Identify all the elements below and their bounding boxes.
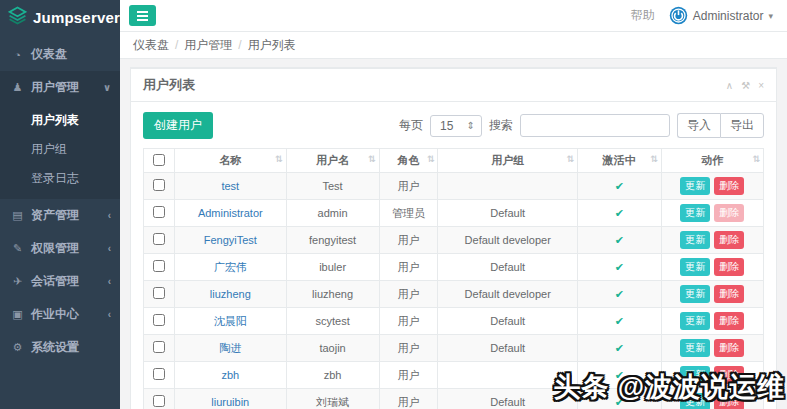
wrench-icon[interactable]: ⚒: [741, 80, 750, 91]
sidebar-item-dashboard[interactable]: ◔ 仪表盘: [0, 38, 120, 71]
collapse-panel-icon[interactable]: ∧: [726, 80, 733, 91]
row-checkbox[interactable]: [153, 314, 165, 326]
user-menu[interactable]: Administrator ▾: [669, 6, 773, 25]
update-button[interactable]: 更新: [680, 366, 710, 384]
sidebar-item-job-center[interactable]: ▣ 作业中心 ‹: [0, 298, 120, 331]
update-button[interactable]: 更新: [680, 177, 710, 195]
delete-button[interactable]: 删除: [714, 231, 744, 249]
user-name-link[interactable]: 沈晨阳: [214, 315, 247, 327]
delete-button[interactable]: 删除: [714, 312, 744, 330]
sidebar-item-user-groups[interactable]: 用户组: [0, 135, 120, 164]
column-header-actions[interactable]: 动作⇅: [661, 149, 763, 173]
search-input[interactable]: [520, 114, 670, 137]
actions-cell: 更新删除: [661, 200, 763, 227]
sidebar-item-sessions[interactable]: ✈ 会话管理 ‹: [0, 265, 120, 298]
table-row: zbhzbh用户✔更新删除: [144, 362, 764, 389]
role-cell: 管理员: [379, 200, 438, 227]
breadcrumb-dashboard[interactable]: 仪表盘: [133, 37, 169, 54]
row-checkbox[interactable]: [153, 287, 165, 299]
row-select-cell: [144, 308, 175, 335]
active-cell: ✔: [577, 362, 661, 389]
active-check-icon: ✔: [615, 180, 624, 192]
user-name-link[interactable]: liuzheng: [210, 288, 251, 300]
select-all-checkbox[interactable]: [153, 154, 165, 166]
user-name-link[interactable]: liuruibin: [211, 396, 249, 408]
role-cell: 用户: [379, 362, 438, 389]
row-checkbox[interactable]: [153, 368, 165, 380]
active-check-icon: ✔: [615, 234, 624, 246]
row-checkbox[interactable]: [153, 395, 165, 407]
table-row: liuruibin刘瑞斌用户Default✔更新删除: [144, 389, 764, 409]
row-select-cell: [144, 254, 175, 281]
sidebar-item-assets[interactable]: ▤ 资产管理 ‹: [0, 199, 120, 232]
role-cell: 用户: [379, 254, 438, 281]
role-cell: 用户: [379, 389, 438, 409]
import-button[interactable]: 导入: [677, 113, 720, 138]
delete-button[interactable]: 删除: [714, 285, 744, 303]
groups-cell: Default developer: [438, 227, 578, 254]
delete-button[interactable]: 删除: [714, 393, 744, 409]
update-button[interactable]: 更新: [680, 393, 710, 409]
column-header-name[interactable]: 名称⇅: [175, 149, 287, 173]
delete-button[interactable]: 删除: [714, 366, 744, 384]
delete-button[interactable]: 删除: [714, 339, 744, 357]
update-button[interactable]: 更新: [680, 231, 710, 249]
active-check-icon: ✔: [615, 315, 624, 327]
active-cell: ✔: [577, 254, 661, 281]
groups-cell: Default: [438, 389, 578, 409]
sort-icon: ⇅: [427, 154, 435, 164]
breadcrumb-user-management[interactable]: 用户管理: [184, 37, 232, 54]
row-checkbox[interactable]: [153, 179, 165, 191]
role-cell: 用户: [379, 335, 438, 362]
select-all-header: [144, 149, 175, 173]
username-cell: admin: [286, 200, 379, 227]
assets-icon: ▤: [11, 209, 24, 222]
table-row: 陶进taojin用户Default✔更新删除: [144, 335, 764, 362]
delete-button[interactable]: 删除: [714, 177, 744, 195]
active-cell: ✔: [577, 335, 661, 362]
role-cell: 用户: [379, 173, 438, 200]
row-checkbox[interactable]: [153, 206, 165, 218]
groups-cell: Default: [438, 308, 578, 335]
user-name-link[interactable]: 广宏伟: [214, 261, 247, 273]
user-name-link[interactable]: 陶进: [219, 342, 241, 354]
sidebar-item-system-settings[interactable]: ⚙ 系统设置: [0, 331, 120, 364]
create-user-button[interactable]: 创建用户: [143, 112, 213, 139]
row-checkbox[interactable]: [153, 233, 165, 245]
update-button[interactable]: 更新: [680, 312, 710, 330]
dashboard-icon: ◔: [11, 49, 24, 61]
user-name-link[interactable]: FengyiTest: [204, 234, 257, 246]
username-cell: liuzheng: [286, 281, 379, 308]
row-checkbox[interactable]: [153, 341, 165, 353]
user-name-link[interactable]: zbh: [221, 369, 239, 381]
sidebar-toggle-button[interactable]: [129, 5, 156, 26]
column-header-groups[interactable]: 用户组⇅: [438, 149, 578, 173]
username-cell: scytest: [286, 308, 379, 335]
user-name-link[interactable]: Administrator: [198, 207, 263, 219]
update-button[interactable]: 更新: [680, 285, 710, 303]
user-name-link[interactable]: test: [221, 180, 239, 192]
export-button[interactable]: 导出: [720, 113, 764, 138]
update-button[interactable]: 更新: [680, 258, 710, 276]
update-button[interactable]: 更新: [680, 204, 710, 222]
close-panel-icon[interactable]: ×: [758, 80, 764, 91]
per-page-select[interactable]: 15 ⇕: [430, 115, 482, 137]
breadcrumb: 仪表盘 / 用户管理 / 用户列表: [120, 32, 787, 59]
sort-icon: ⇅: [368, 154, 376, 164]
table-row: 广宏伟ibuler用户Default✔更新删除: [144, 254, 764, 281]
column-header-role[interactable]: 角色⇅: [379, 149, 438, 173]
column-header-active[interactable]: 激活中⇅: [577, 149, 661, 173]
actions-cell: 更新删除: [661, 335, 763, 362]
column-header-username[interactable]: 用户名⇅: [286, 149, 379, 173]
sidebar-item-user-management[interactable]: ♟ 用户管理 ∨: [0, 71, 120, 104]
delete-button[interactable]: 删除: [714, 258, 744, 276]
row-select-cell: [144, 200, 175, 227]
row-checkbox[interactable]: [153, 260, 165, 272]
sidebar-item-user-list[interactable]: 用户列表: [0, 106, 120, 135]
app-logo[interactable]: Jumpserver: [0, 0, 120, 34]
sidebar-item-permissions[interactable]: ✎ 权限管理 ‹: [0, 232, 120, 265]
help-link[interactable]: 帮助: [631, 7, 655, 24]
sort-icon: ⇅: [275, 154, 283, 164]
update-button[interactable]: 更新: [680, 339, 710, 357]
sidebar-item-login-logs[interactable]: 登录日志: [0, 164, 120, 193]
